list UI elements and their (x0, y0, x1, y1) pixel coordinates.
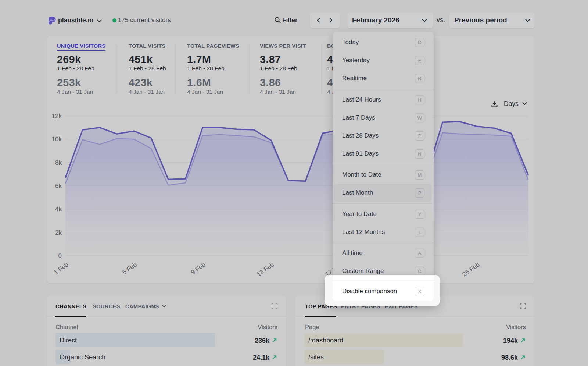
svg-text:25 Feb: 25 Feb (461, 261, 481, 278)
svg-text:12k: 12k (52, 113, 62, 120)
svg-text:13 Feb: 13 Feb (255, 261, 275, 278)
svg-text:4k: 4k (55, 206, 62, 213)
svg-text:9 Feb: 9 Feb (190, 261, 207, 276)
svg-text:6k: 6k (55, 182, 62, 189)
svg-text:5 Feb: 5 Feb (121, 261, 138, 276)
svg-text:2k: 2k (55, 229, 62, 236)
svg-text:0: 0 (58, 252, 62, 259)
svg-text:10k: 10k (52, 136, 62, 143)
svg-text:8k: 8k (55, 159, 62, 166)
svg-text:1 Feb: 1 Feb (53, 261, 70, 276)
